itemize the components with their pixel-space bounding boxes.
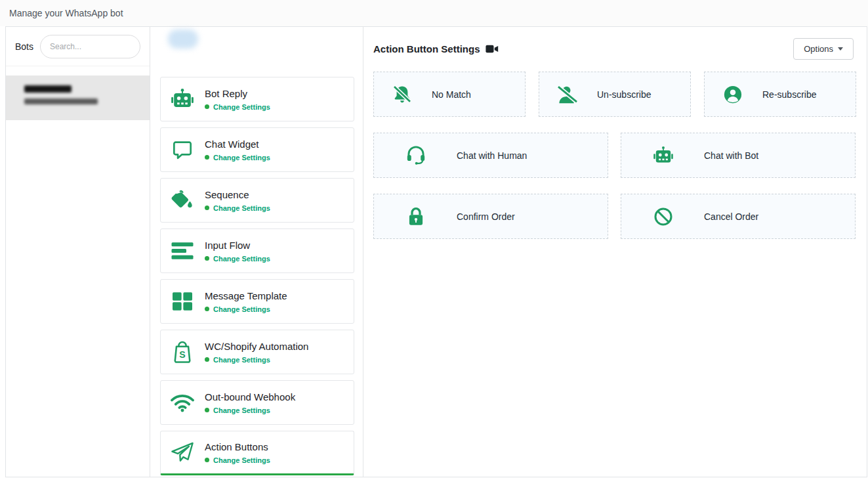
- page: Manage your WhatsApp bot Bots: [0, 0, 868, 478]
- user-slash-icon: [556, 85, 579, 104]
- change-settings-label: Change Settings: [213, 456, 270, 464]
- action-button-unsubscribe[interactable]: Un-subscribe: [539, 72, 691, 117]
- status-dot: [205, 155, 209, 160]
- feature-card-sequence[interactable]: Sequence Change Settings: [160, 178, 354, 223]
- chevron-down-icon: [838, 47, 843, 51]
- feature-card-action-buttons[interactable]: Action Buttons Change Settings: [160, 431, 354, 475]
- action-button-label: Un-subscribe: [597, 89, 651, 100]
- status-dot: [205, 256, 209, 261]
- wifi-icon: [169, 393, 196, 412]
- action-button-confirm-order[interactable]: Confirm Order: [373, 194, 608, 239]
- action-button-no-match[interactable]: No Match: [373, 72, 526, 117]
- change-settings-link[interactable]: Change Settings: [205, 154, 270, 162]
- panel-title: Action Button Settings: [373, 43, 480, 54]
- options-button-label: Options: [804, 44, 833, 54]
- redacted-bot-subtitle: [24, 98, 98, 104]
- page-title: Manage your WhatsApp bot: [9, 8, 123, 18]
- action-button-label: Chat with Human: [457, 150, 527, 161]
- redacted-blob: [168, 30, 198, 49]
- list-lines-icon: [169, 241, 196, 261]
- action-button-chat-with-human[interactable]: Chat with Human: [373, 133, 608, 178]
- redacted-bot-name: [24, 85, 72, 93]
- feature-card-shopify-automation[interactable]: S WC/Shopify Automation Change Settings: [160, 330, 354, 374]
- change-settings-label: Change Settings: [213, 255, 270, 263]
- chat-bubble-icon: [169, 139, 196, 160]
- change-settings-label: Change Settings: [213, 103, 270, 111]
- top-bar: Manage your WhatsApp bot: [0, 0, 868, 26]
- feature-card-chat-widget[interactable]: Chat Widget Change Settings: [160, 127, 354, 172]
- feature-card-body: Chat Widget Change Settings: [205, 139, 270, 162]
- grid-icon: [169, 292, 196, 311]
- status-dot: [205, 104, 209, 109]
- change-settings-link[interactable]: Change Settings: [205, 356, 308, 364]
- change-settings-label: Change Settings: [213, 356, 270, 364]
- feature-card-body: Message Template Change Settings: [205, 290, 287, 313]
- change-settings-link[interactable]: Change Settings: [205, 456, 270, 464]
- sidebar-title: Bots: [15, 41, 33, 52]
- user-circle-icon: [722, 85, 744, 104]
- headset-icon: [405, 145, 427, 165]
- action-button-cancel-order[interactable]: Cancel Order: [621, 194, 856, 239]
- change-settings-link[interactable]: Change Settings: [205, 406, 295, 414]
- change-settings-link[interactable]: Change Settings: [205, 103, 270, 111]
- svg-text:S: S: [179, 349, 185, 360]
- change-settings-label: Change Settings: [213, 204, 270, 212]
- features-column: Bot Reply Change Settings: [150, 27, 363, 477]
- lock-icon: [405, 207, 427, 227]
- status-dot: [205, 458, 209, 462]
- sidebar-header: Bots: [6, 27, 150, 66]
- feature-card-body: Bot Reply Change Settings: [205, 88, 270, 111]
- status-dot: [205, 307, 209, 311]
- bots-sidebar: Bots: [6, 27, 150, 477]
- change-settings-link[interactable]: Change Settings: [205, 204, 270, 212]
- action-button-label: Confirm Order: [457, 211, 515, 222]
- status-dot: [205, 408, 209, 412]
- feature-card-bot-reply[interactable]: Bot Reply Change Settings: [160, 77, 354, 121]
- feature-card-body: Out-bound Webhook Change Settings: [205, 391, 295, 414]
- bell-slash-icon: [391, 85, 413, 104]
- paper-plane-icon: [169, 441, 196, 464]
- change-settings-label: Change Settings: [213, 406, 270, 414]
- action-button-chat-with-bot[interactable]: Chat with Bot: [621, 133, 856, 178]
- action-button-row-3: Confirm Order Cancel Order: [373, 194, 856, 239]
- content-frame: Bots: [5, 26, 867, 477]
- feature-title: Message Template: [205, 290, 287, 301]
- change-settings-link[interactable]: Change Settings: [205, 305, 287, 313]
- fill-drip-icon: [169, 190, 196, 211]
- action-button-label: Cancel Order: [704, 211, 758, 222]
- feature-title: Action Buttons: [205, 441, 270, 452]
- feature-card-message-template[interactable]: Message Template Change Settings: [160, 279, 354, 324]
- change-settings-label: Change Settings: [213, 154, 270, 162]
- robot-icon: [169, 89, 196, 110]
- feature-card-list: Bot Reply Change Settings: [160, 77, 354, 475]
- feature-card-input-flow[interactable]: Input Flow Change Settings: [160, 228, 354, 273]
- bot-list-item-selected[interactable]: [6, 76, 150, 120]
- change-settings-label: Change Settings: [213, 305, 270, 313]
- action-button-resubscribe[interactable]: Re-subscribe: [704, 72, 856, 117]
- feature-title: Sequence: [205, 189, 270, 200]
- shopify-bag-icon: S: [169, 341, 196, 363]
- status-dot: [205, 357, 209, 362]
- action-button-row-2: Chat with Human: [373, 133, 856, 178]
- action-button-label: No Match: [432, 89, 471, 100]
- feature-card-body: WC/Shopify Automation Change Settings: [205, 341, 308, 364]
- feature-title: WC/Shopify Automation: [205, 341, 308, 352]
- feature-card-body: Sequence Change Settings: [205, 189, 270, 212]
- feature-title: Bot Reply: [205, 88, 270, 99]
- ban-icon: [652, 207, 674, 227]
- feature-title: Input Flow: [205, 240, 270, 251]
- action-button-row-1: No Match Un-subscribe: [373, 72, 856, 117]
- robot-icon: [652, 146, 674, 165]
- panel-header: Action Button Settings Options: [373, 37, 854, 60]
- video-camera-icon: [486, 44, 499, 54]
- action-button-label: Chat with Bot: [704, 150, 758, 161]
- action-button-settings-panel: Action Button Settings Options: [363, 27, 867, 477]
- feature-card-outbound-webhook[interactable]: Out-bound Webhook Change Settings: [160, 380, 354, 425]
- feature-title: Chat Widget: [205, 139, 270, 150]
- options-button[interactable]: Options: [793, 38, 854, 60]
- bot-search-input[interactable]: [40, 35, 140, 58]
- action-button-label: Re-subscribe: [762, 89, 816, 100]
- feature-title: Out-bound Webhook: [205, 391, 295, 402]
- change-settings-link[interactable]: Change Settings: [205, 255, 270, 263]
- status-dot: [205, 206, 209, 210]
